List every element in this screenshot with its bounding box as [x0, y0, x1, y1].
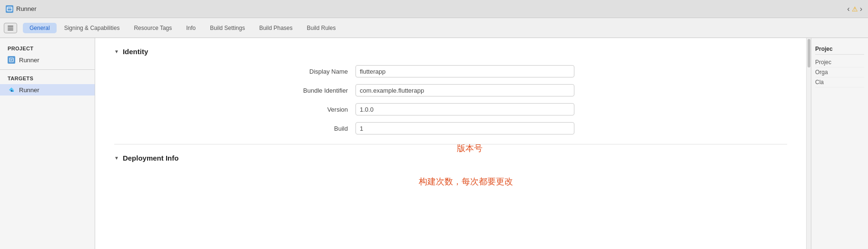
tab-build-settings[interactable]: Build Settings [203, 23, 251, 33]
right-panel-item-1: Projec [815, 57, 864, 67]
build-input[interactable] [355, 122, 574, 134]
scroll-thumb[interactable] [808, 39, 810, 67]
svg-rect-2 [10, 58, 13, 62]
bundle-id-label: Bundle Identifier [260, 87, 355, 94]
build-annotation: 构建次数，每次都要更改 [419, 176, 513, 187]
version-row: Version [260, 103, 641, 115]
display-name-label: Display Name [260, 68, 355, 75]
right-panel: Projec Projec Orga Cla [811, 38, 868, 249]
tab-bar: General Signing & Capabilities Resource … [0, 18, 868, 38]
tab-resource-tags[interactable]: Resource Tags [127, 23, 178, 33]
display-name-input[interactable] [355, 65, 574, 77]
project-runner-label: Runner [19, 57, 39, 64]
content-area: ▼ Identity Display Name Bundle Identifie… [95, 38, 806, 249]
version-input[interactable] [355, 103, 574, 115]
section-divider-identity [114, 144, 787, 144]
right-panel-item-3: Cla [815, 77, 864, 87]
title-bar-right: ‹ ⚠ › [847, 5, 862, 13]
right-panel-section-title: Projec [815, 43, 864, 55]
vertical-scrollbar[interactable] [806, 38, 811, 249]
targets-section-label: TARGETS [0, 74, 95, 84]
app-icon [6, 5, 13, 13]
deployment-collapse-triangle[interactable]: ▼ [114, 155, 119, 161]
deployment-section-title: Deployment Info [123, 154, 179, 162]
title-bar: Runner ‹ ⚠ › [0, 0, 868, 18]
project-section-label: PROJECT [0, 44, 95, 54]
title-bar-left: Runner [6, 5, 37, 13]
target-runner-label: Runner [19, 86, 39, 94]
sidebar-item-project-runner[interactable]: Runner [0, 54, 95, 66]
version-label: Version [260, 106, 355, 113]
build-row: Build [260, 122, 641, 134]
display-name-row: Display Name [260, 65, 641, 77]
sidebar-divider-1 [0, 69, 95, 70]
deployment-section-header: ▼ Deployment Info [114, 154, 787, 162]
main-layout: PROJECT Runner TARGETS Runner [0, 38, 868, 249]
sidebar-toggle-button[interactable] [4, 23, 17, 33]
tab-info[interactable]: Info [179, 23, 202, 33]
tab-general[interactable]: General [23, 23, 57, 33]
right-panel-item-2: Orga [815, 67, 864, 77]
svg-rect-0 [7, 7, 12, 11]
tab-signing[interactable]: Signing & Capabilities [58, 23, 127, 33]
bundle-id-input[interactable] [355, 84, 574, 96]
identity-section-title: Identity [123, 48, 148, 56]
sidebar: PROJECT Runner TARGETS Runner [0, 38, 95, 249]
identity-section-header: ▼ Identity [114, 48, 787, 56]
identity-collapse-triangle[interactable]: ▼ [114, 49, 119, 54]
warning-icon: ⚠ [852, 5, 858, 13]
tab-build-phases[interactable]: Build Phases [253, 23, 299, 33]
sidebar-toggle-icon [8, 26, 13, 30]
nav-forward-button[interactable]: › [860, 5, 862, 13]
app-title: Runner [16, 5, 37, 12]
sidebar-item-target-runner[interactable]: Runner [0, 84, 95, 96]
build-label: Build [260, 125, 355, 132]
bundle-id-row: Bundle Identifier [260, 84, 641, 96]
nav-back-button[interactable]: ‹ [847, 5, 849, 13]
flutter-icon [8, 86, 15, 94]
project-file-icon [8, 56, 15, 64]
tab-build-rules[interactable]: Build Rules [300, 23, 343, 33]
identity-form: Display Name Bundle Identifier Version B… [260, 65, 641, 134]
